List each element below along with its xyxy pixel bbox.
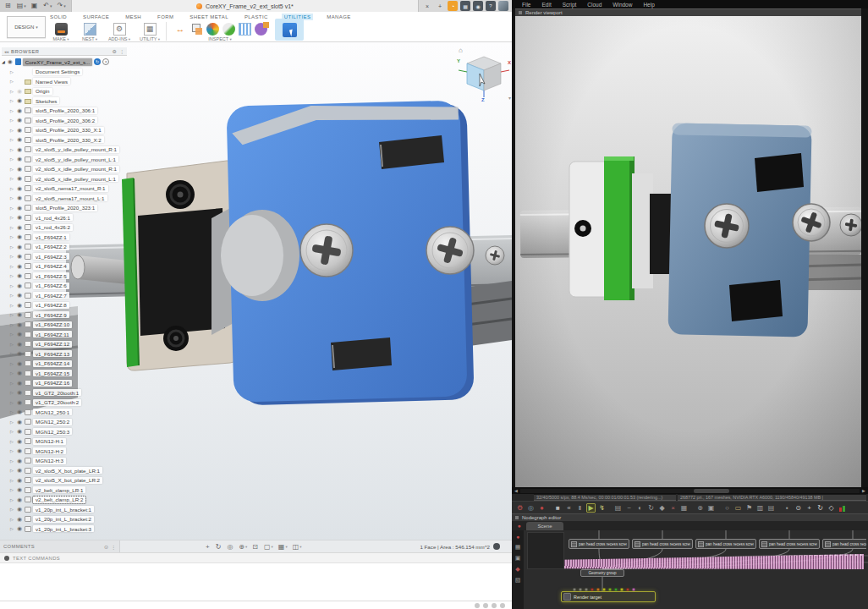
scroll-left-icon[interactable]: ◀ bbox=[512, 488, 520, 493]
render-viewport[interactable] bbox=[515, 16, 861, 487]
clear-icon[interactable]: × bbox=[668, 503, 678, 513]
visibility-eye-icon[interactable]: ◉ bbox=[16, 331, 23, 337]
browser-item[interactable]: ▷ ◉ slot5_Profile_2020_330_X:2 bbox=[2, 135, 127, 145]
browser-item-label[interactable]: v2_slot5_y_idle_pulley_mount_R:1 bbox=[33, 146, 119, 153]
browser-item-label[interactable]: v1_F694ZZ:3 bbox=[33, 253, 69, 260]
camera-target-icon[interactable]: ◎ bbox=[526, 503, 536, 513]
visibility-eye-icon[interactable]: ◉ bbox=[16, 486, 23, 493]
browser-item-label[interactable]: v1_F694ZZ:8 bbox=[33, 302, 69, 309]
browser-item[interactable]: ▷ ◉ MGN12-H:1 bbox=[2, 436, 127, 447]
browser-item[interactable]: ▷ ◉ v2_slot5_X_bot_plate_LR:2 bbox=[2, 475, 127, 486]
visibility-eye-icon[interactable]: ◉ bbox=[16, 127, 23, 134]
render-scrollbar[interactable]: ◀ ▶ bbox=[512, 487, 868, 494]
browser-item-label[interactable]: v2_slot5_nema17_mount_R:1 bbox=[33, 185, 108, 192]
expand-arrow-icon[interactable]: ▷ bbox=[10, 458, 14, 464]
geometry-group-node[interactable]: Geometry group bbox=[580, 569, 624, 577]
visibility-eye-icon[interactable]: ◉ bbox=[16, 447, 23, 454]
browser-item-label[interactable]: v1_F694ZZ:7 bbox=[33, 292, 69, 299]
browser-item-label[interactable]: v1_20p_int_L_bracket:1 bbox=[33, 506, 94, 513]
menu-item[interactable]: Edit bbox=[541, 2, 551, 8]
browser-item[interactable]: ▷ ◉ v1_F694ZZ:10 bbox=[2, 320, 127, 330]
job-status-icon[interactable]: ◔ bbox=[448, 1, 458, 11]
ribbon-group-utility[interactable]: ▦ UTILITY bbox=[134, 22, 166, 41]
ribbon-group-nest[interactable]: NEST bbox=[76, 22, 103, 41]
ribbon-tab[interactable]: FORM bbox=[155, 14, 176, 20]
expand-arrow-icon[interactable]: ▷ bbox=[10, 351, 14, 356]
visibility-eye-icon[interactable]: ◉ bbox=[16, 380, 23, 387]
axis-x-label[interactable]: X bbox=[508, 60, 511, 65]
scroll-right-icon[interactable]: ▶ bbox=[860, 488, 868, 493]
visibility-eye-icon[interactable]: ◉ bbox=[16, 175, 23, 182]
visibility-eye-icon[interactable]: ◉ bbox=[16, 272, 23, 279]
help-icon[interactable]: ? bbox=[486, 1, 496, 11]
axis-y-label[interactable]: Y bbox=[457, 58, 460, 63]
ribbon-group-addins[interactable]: ⚙ ADD-INS bbox=[103, 22, 135, 41]
image-icon[interactable]: ▤ bbox=[766, 503, 776, 513]
redo-icon[interactable]: ↷▾ bbox=[58, 2, 66, 10]
extensions-icon[interactable]: ▦ bbox=[460, 1, 470, 11]
display-mode-icon[interactable]: ▣ bbox=[706, 503, 716, 513]
browser-item[interactable]: ▷ ◉ Named Views bbox=[2, 77, 127, 87]
visibility-eye-icon[interactable]: ◉ bbox=[16, 477, 23, 484]
visibility-eye-icon[interactable]: ◉ bbox=[16, 389, 23, 396]
expand-arrow-icon[interactable]: ▷ bbox=[10, 79, 14, 84]
browser-item[interactable]: ▷ ◉ slot5_Profile_2020_306:2 bbox=[2, 116, 127, 126]
pan-icon[interactable]: + bbox=[206, 543, 211, 551]
menu-item[interactable]: Window bbox=[613, 2, 632, 8]
curvature-map-icon[interactable] bbox=[206, 23, 219, 36]
pick-focus-icon[interactable]: ○ bbox=[722, 503, 732, 513]
ribbon-tab[interactable]: SOLID bbox=[47, 14, 69, 20]
select-icon[interactable] bbox=[283, 23, 297, 37]
browser-item-label[interactable]: slot5_Profile_2020_306:2 bbox=[33, 117, 97, 123]
browser-item-label[interactable]: v1_GT2_20tooth:2 bbox=[33, 399, 81, 406]
workspace-selector[interactable]: DESIGN▾ bbox=[7, 16, 46, 38]
expand-arrow-icon[interactable]: ▷ bbox=[10, 517, 14, 522]
browser-item-label[interactable]: Origin bbox=[33, 88, 52, 95]
expand-arrow-icon[interactable]: ▷ bbox=[10, 186, 14, 191]
browser-item[interactable]: ▷ ◉ slot5_Profile_2020_330_X:1 bbox=[2, 125, 127, 135]
ribbon-group-make[interactable]: MAKE bbox=[47, 22, 74, 41]
scrollbar-track[interactable] bbox=[520, 489, 860, 493]
browser-item-label[interactable]: v1_F694ZZ:5 bbox=[33, 272, 69, 279]
ribbon-tab[interactable]: MANAGE bbox=[324, 14, 353, 20]
browser-item-label[interactable]: v1_F694ZZ:9 bbox=[33, 311, 69, 318]
expand-arrow-icon[interactable]: ▷ bbox=[10, 303, 14, 308]
menu-item[interactable]: Cloud bbox=[587, 2, 602, 8]
browser-item[interactable]: ▷ ◉ v2_belt_clamp_LR:1 bbox=[2, 486, 127, 496]
expand-arrow-icon[interactable]: ▷ bbox=[10, 478, 14, 483]
browser-item-label[interactable]: v1_20p_int_L_bracket:3 bbox=[33, 525, 94, 532]
visibility-eye-icon[interactable]: ◉ bbox=[16, 458, 23, 464]
expand-arrow-icon[interactable]: ▷ bbox=[10, 361, 14, 366]
play-icon[interactable]: ▶ bbox=[586, 503, 596, 513]
keyframe-icon[interactable]: ◆ bbox=[657, 503, 667, 513]
visibility-eye-icon[interactable]: ◉ bbox=[16, 97, 23, 104]
browser-item[interactable]: ▷ ◉ v1_GT2_20tooth:1 bbox=[2, 388, 127, 398]
geometry-icon[interactable]: ▤ bbox=[613, 503, 623, 513]
visibility-eye-icon[interactable]: ◉ bbox=[16, 253, 23, 260]
grid-settings-icon[interactable]: ▦▾ bbox=[278, 543, 288, 551]
visibility-eye-icon[interactable]: ◉ bbox=[16, 283, 23, 289]
expand-arrow-icon[interactable]: ▷ bbox=[10, 128, 14, 133]
browser-item[interactable]: ▷ ◉ MGN12-H:2 bbox=[2, 447, 127, 457]
browser-item-label[interactable]: v1_F694ZZ:13 bbox=[33, 350, 72, 357]
ribbon-group-inspect[interactable]: ↔ INSPECT bbox=[169, 22, 271, 41]
visibility-eye-icon[interactable]: ◉ bbox=[16, 292, 23, 299]
browser-item[interactable]: ▷ ◉ v1_F694ZZ:15 bbox=[2, 369, 127, 379]
browser-item[interactable]: ▷ ◉ v2_slot5_y_idle_pulley_mount_R:1 bbox=[2, 145, 127, 155]
viewports-icon[interactable]: ◫▾ bbox=[293, 543, 302, 551]
browser-item[interactable]: ▷ ◉ v1_rod_4x26:2 bbox=[2, 222, 127, 233]
zoom-icon[interactable]: ⊕▾ bbox=[239, 543, 247, 551]
browser-item[interactable]: ▷ ◉ v1_F694ZZ:14 bbox=[2, 359, 127, 369]
mesh-node[interactable]: pan head cross recess screw_d3:6 bbox=[822, 539, 866, 549]
expand-arrow-icon[interactable]: ▷ bbox=[10, 342, 14, 347]
browser-item-label[interactable]: v1_rod_4x26:2 bbox=[33, 224, 73, 231]
browser-item[interactable]: ▷ ◉ v1_20p_int_L_bracket:1 bbox=[2, 505, 127, 515]
browser-item-label[interactable]: Named Views bbox=[33, 78, 70, 85]
expand-arrow-icon[interactable]: ▷ bbox=[10, 448, 14, 453]
browser-root-item[interactable]: ◢ ◉ CoreXY_Frame_v2_ext_s... ↻ × bbox=[2, 57, 127, 67]
visibility-eye-icon[interactable]: ◉ bbox=[16, 438, 23, 445]
browser-item-label[interactable]: v1_rod_4x26:1 bbox=[33, 214, 73, 221]
visibility-eye-icon[interactable]: ◉ bbox=[16, 350, 23, 357]
add-ins-icon[interactable]: ⚙ bbox=[113, 23, 126, 36]
render-viewport-header[interactable]: Render viewport bbox=[515, 8, 861, 16]
